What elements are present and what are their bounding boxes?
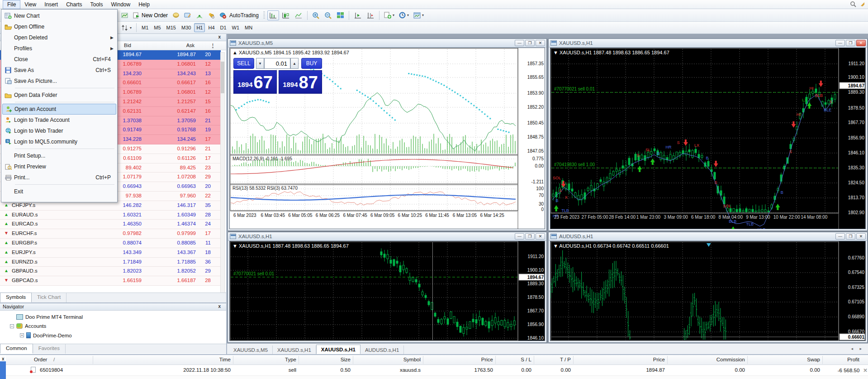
volume-down-button[interactable]: ▼	[256, 58, 264, 69]
market-watch-row[interactable]: ▲EURJPY.s143.349143.36718	[0, 248, 221, 258]
zoom-in-icon[interactable]	[310, 10, 322, 20]
navigator-tab-favorites[interactable]: Favorites	[33, 344, 66, 354]
quick-arrow-icon[interactable]	[860, 1, 865, 8]
file-menu-item-print-preview[interactable]: Print Preview	[2, 161, 116, 172]
templates-icon-dropdown[interactable]: ▾	[422, 13, 424, 17]
periods-icon[interactable]: ▾	[397, 10, 411, 20]
terminal-order-row-clipped[interactable]	[6, 376, 868, 379]
chart-tab-4[interactable]: AUDUSD.s,H1	[360, 345, 404, 354]
timeframe-m15[interactable]: M15	[164, 23, 178, 32]
buy-price[interactable]: 189487	[279, 70, 322, 94]
timeframe-d1[interactable]: D1	[218, 23, 229, 32]
indicators-icon-dropdown[interactable]: ▾	[393, 13, 394, 17]
file-menu-item-print-setup[interactable]: Print Setup...	[2, 150, 116, 161]
chart-area[interactable]: MACD(12,26,9) -0.191 -1.695RSI(13) 58.53…	[229, 48, 545, 229]
file-menu-item-print[interactable]: Print...Ctrl+P	[2, 172, 116, 183]
chart-window-titlebar[interactable]: XAUUSD.s,M5—❐✕	[228, 39, 546, 48]
menubar-item-tools[interactable]: Tools	[86, 0, 107, 9]
file-menu-item-close[interactable]: CloseCtrl+F4	[2, 54, 116, 65]
tab-scroll-arrows[interactable]: ◂ ▸	[851, 346, 864, 377]
spread-column-header[interactable]: !	[212, 43, 213, 48]
file-menu-item-save-as-picture[interactable]: Save As Picture...	[2, 76, 116, 86]
volume-input[interactable]: 0.01	[264, 58, 290, 69]
zoom-out-icon[interactable]	[323, 10, 334, 20]
menubar-item-window[interactable]: Window	[107, 0, 135, 9]
file-menu-item-login-to-mql5-community[interactable]: SLogin to MQL5.community	[2, 136, 116, 147]
navigator-tab-common[interactable]: Common	[0, 344, 33, 354]
chart-window-2[interactable]: XAUUSD.s,H1—❐✕#70770021 sell 0.01#704198…	[548, 38, 868, 231]
terminal-col-size[interactable]: Size	[341, 357, 351, 362]
chart-window-4[interactable]: AUDUSD.s,H1—❐✕0.677600.675400.673250.671…	[548, 232, 868, 343]
close-button[interactable]: ✕	[536, 40, 545, 46]
terminal-close-icon[interactable]: x	[2, 356, 5, 361]
file-menu-item-save-as[interactable]: Save AsCtrl+S	[2, 65, 116, 76]
indicators-icon[interactable]: ▾	[382, 10, 396, 20]
periods-icon-dropdown[interactable]: ▾	[407, 13, 409, 17]
market-watch-row[interactable]: ▲EURAUD.s1.603211.6034928	[0, 211, 221, 220]
file-menu-item-exit[interactable]: Exit	[2, 186, 116, 197]
close-button[interactable]: ✕	[856, 40, 866, 46]
chart-area[interactable]: #70770021 sell 0.011911.201900.101889.30…	[229, 241, 545, 341]
chart-profile-icon[interactable]	[119, 10, 130, 20]
close-button[interactable]: ✕	[536, 233, 545, 240]
chart-tab-3[interactable]: XAUUSD.s,H1	[316, 345, 360, 354]
bid-column-header[interactable]: Bid	[124, 43, 131, 48]
chart-window-titlebar[interactable]: XAUUSD.s,H1—❐✕	[549, 39, 867, 48]
tree-expand-icon[interactable]: +	[20, 333, 24, 337]
chart-window-titlebar[interactable]: XAUUSD.s,H1—❐✕	[228, 232, 546, 241]
auto-scroll-icon[interactable]	[352, 10, 364, 20]
volume-up-button[interactable]: ▲	[290, 58, 299, 69]
terminal-col-order[interactable]: Order	[34, 357, 47, 362]
restore-button[interactable]: ❐	[525, 40, 535, 46]
market-watch-tab-symbols[interactable]: Symbols	[0, 293, 32, 302]
chart-area[interactable]: 0.677600.675400.673250.671050.668900.666…	[550, 241, 866, 341]
chart-area[interactable]: #70770021 sell 0.01#70419830 sell 1.00SO…	[550, 48, 866, 229]
navigator-account-item[interactable]: + DooPrime-Demo	[20, 332, 72, 338]
minimize-button[interactable]: —	[835, 40, 845, 46]
chart-window-titlebar[interactable]: AUDUSD.s,H1—❐✕	[549, 232, 867, 241]
file-menu-item-new-chart[interactable]: New Chart	[2, 10, 116, 21]
timeframe-h1[interactable]: H1	[194, 23, 205, 32]
community-icon[interactable]	[206, 10, 217, 20]
metaeditor-icon[interactable]	[182, 10, 193, 20]
timeframe-m30[interactable]: M30	[179, 23, 193, 32]
timeframe-m5[interactable]: M5	[152, 23, 163, 32]
terminal-col-tp[interactable]: T / P	[560, 357, 571, 362]
market-watch-row[interactable]: ▲EURNZD.s1.718491.7188536	[0, 258, 221, 267]
restore-button[interactable]: ❐	[846, 233, 855, 240]
file-menu-item-profiles[interactable]: Profiles▶	[2, 43, 116, 54]
file-menu-item-open-offline[interactable]: Open Offline	[2, 21, 116, 32]
tree-collapse-icon[interactable]: −	[10, 324, 14, 328]
chart-tab-1[interactable]: XAUUSD.s,M5	[229, 345, 273, 354]
ohlc-collapse-icon[interactable]: ▼	[553, 50, 560, 55]
file-menu-item-open-deleted[interactable]: Open Deleted▶	[2, 32, 116, 43]
menubar-item-file[interactable]: File	[3, 0, 20, 9]
file-menu-item-login-to-web-trader[interactable]: Login to Web Trader	[2, 125, 116, 136]
market-watch-row[interactable]: ▲EURCAD.s1.463501.4637424	[0, 220, 221, 229]
restore-button[interactable]: ❐	[525, 233, 535, 240]
ohlc-collapse-icon[interactable]: ▲	[232, 50, 239, 55]
market-watch-row[interactable]: ▲GBPAUD.s1.820231.8205229	[0, 267, 221, 276]
market-watch-row[interactable]: ▼EURCHF.s0.979820.9799917	[0, 229, 221, 239]
templates-icon[interactable]: ▾	[412, 10, 426, 20]
menubar-item-insert[interactable]: Insert	[40, 0, 62, 9]
new-order-button[interactable]: New Order	[131, 10, 170, 20]
chart-tab-2[interactable]: XAUUSD.s,H1	[273, 345, 316, 354]
terminal-col-time[interactable]: Time	[219, 357, 231, 362]
chart-window-3[interactable]: XAUUSD.s,H1—❐✕#70770021 sell 0.011911.20…	[228, 232, 547, 343]
terminal-order-row[interactable]: 650198042022.11.18 10:38:50sell0.50xauus…	[6, 365, 868, 376]
chart-shift-icon[interactable]	[365, 10, 376, 20]
ask-column-header[interactable]: Ask	[186, 43, 194, 48]
market-watch-row[interactable]: ▼GBPCAD.s1.661591.6618728	[0, 276, 221, 286]
terminal-col-price2[interactable]: Price	[653, 357, 665, 362]
terminal-col-price[interactable]: Price	[481, 357, 493, 362]
menubar-item-view[interactable]: View	[20, 0, 40, 9]
terminal-col-swap[interactable]: Swap	[807, 357, 820, 362]
minimize-button[interactable]: —	[835, 233, 845, 240]
autotrading-icon[interactable]	[218, 10, 228, 20]
sell-button[interactable]: SELL	[233, 58, 254, 69]
terminal-col-sl[interactable]: S / L	[521, 357, 531, 362]
candlestick-icon[interactable]	[280, 10, 292, 20]
minimize-button[interactable]: —	[515, 233, 524, 240]
line-chart-icon[interactable]	[293, 10, 304, 20]
